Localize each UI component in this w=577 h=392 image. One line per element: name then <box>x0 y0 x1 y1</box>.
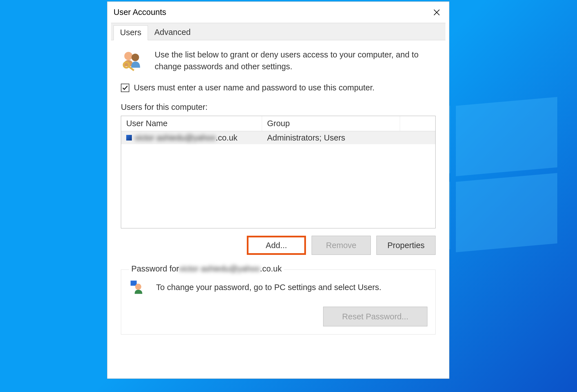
remove-button[interactable]: Remove <box>312 236 371 255</box>
users-key-icon <box>121 50 143 72</box>
reset-password-button[interactable]: Reset Password... <box>323 307 427 326</box>
users-list-heading: Users for this computer: <box>121 103 436 112</box>
tab-users[interactable]: Users <box>114 25 148 40</box>
must-enter-checkbox-row[interactable]: Users must enter a user name and passwor… <box>121 83 436 92</box>
checkmark-icon <box>122 85 128 91</box>
password-instruction: To change your password, go to PC settin… <box>156 283 381 292</box>
password-legend: Password for victor ashiedu@yahoo .co.uk <box>129 264 284 273</box>
password-body: To change your password, go to PC settin… <box>129 279 427 295</box>
list-buttons-row: Add... Remove Properties <box>121 236 436 255</box>
cell-username: victor ashiedu@yahoo.co.uk <box>121 132 262 144</box>
password-groupbox: Password for victor ashiedu@yahoo .co.uk… <box>121 270 436 335</box>
users-list[interactable]: User Name Group victor ashiedu@yahoo.co.… <box>121 116 436 228</box>
add-button[interactable]: Add... <box>247 236 306 255</box>
users-list-header: User Name Group <box>121 116 435 131</box>
must-enter-checkbox[interactable] <box>121 84 129 92</box>
svg-point-1 <box>132 54 139 61</box>
user-accounts-dialog: User Accounts Users Advanced Use the lis… <box>107 1 449 379</box>
tab-content: Use the list below to grant or deny user… <box>107 40 449 378</box>
titlebar: User Accounts <box>107 2 449 23</box>
svg-point-0 <box>124 52 132 60</box>
must-enter-label: Users must enter a user name and passwor… <box>134 83 374 92</box>
col-group[interactable]: Group <box>262 116 400 131</box>
col-username[interactable]: User Name <box>121 116 262 131</box>
user-shield-icon <box>129 279 145 295</box>
table-row[interactable]: victor ashiedu@yahoo.co.uk Administrator… <box>121 131 435 144</box>
cell-group: Administrators; Users <box>262 132 435 144</box>
window-title: User Accounts <box>114 8 166 17</box>
svg-point-4 <box>135 284 141 290</box>
account-type-icon <box>126 135 132 141</box>
tab-advanced[interactable]: Advanced <box>148 25 197 40</box>
tabstrip: Users Advanced <box>111 23 445 40</box>
intro-text: Use the list below to grant or deny user… <box>155 49 436 72</box>
close-icon <box>433 9 440 16</box>
properties-button[interactable]: Properties <box>376 236 436 255</box>
close-button[interactable] <box>431 7 442 18</box>
intro-row: Use the list below to grant or deny user… <box>121 49 436 72</box>
